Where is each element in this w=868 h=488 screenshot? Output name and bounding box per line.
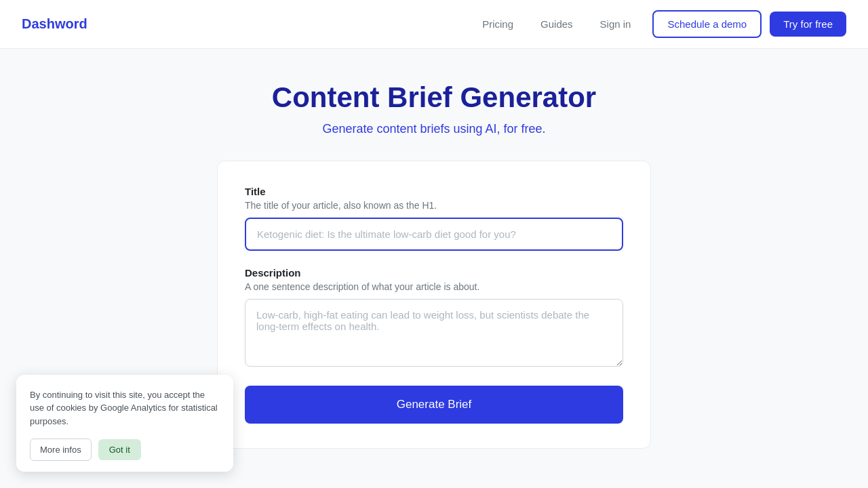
description-field-group: Description A one sentence description o… [245,267,623,386]
description-textarea[interactable] [245,299,623,367]
cookie-text: By continuing to visit this site, you ac… [30,388,220,428]
header: Dashword Pricing Guides Sign in Schedule… [0,0,868,49]
generate-brief-button[interactable]: Generate Brief [245,386,623,424]
page-title: Content Brief Generator [272,81,596,114]
title-field-group: Title The title of your article, also kn… [245,186,623,267]
description-hint: A one sentence description of what your … [245,281,623,292]
main-nav: Pricing Guides Sign in Schedule a demo T… [471,10,846,38]
got-it-button[interactable]: Got it [98,439,141,460]
more-infos-button[interactable]: More infos [30,439,92,461]
nav-actions: Schedule a demo Try for free [652,10,846,38]
cookie-actions: More infos Got it [30,439,220,461]
form-card: Title The title of your article, also kn… [217,161,651,449]
title-hint: The title of your article, also known as… [245,200,623,211]
description-label: Description [245,267,623,279]
logo[interactable]: Dashword [22,16,87,32]
cookie-notice: By continuing to visit this site, you ac… [16,375,233,472]
title-input[interactable] [245,218,623,251]
schedule-demo-button[interactable]: Schedule a demo [652,10,762,38]
page-subtitle: Generate content briefs using AI, for fr… [322,122,545,136]
title-label: Title [245,186,623,197]
try-free-button[interactable]: Try for free [770,12,846,37]
sign-in-link[interactable]: Sign in [589,13,642,35]
pricing-link[interactable]: Pricing [471,13,524,35]
guides-link[interactable]: Guides [530,13,584,35]
